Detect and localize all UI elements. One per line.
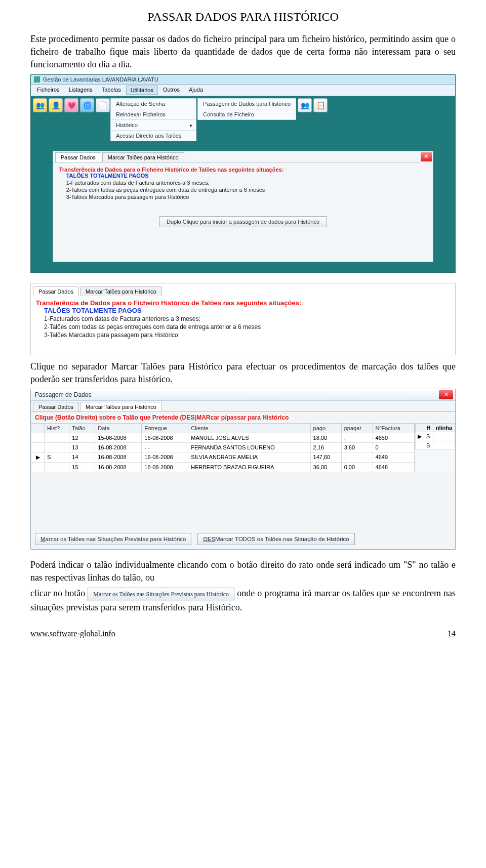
doc-title: PASSAR DADOS PARA HISTÓRICO — [30, 10, 456, 24]
tabstrip-2[interactable]: Passar DadosMarcar Talões para Histórico — [31, 283, 455, 296]
para3b-prefix: clicar no botão — [30, 588, 88, 598]
transfer-heading: Transferência de Dados para o Ficheiro H… — [59, 167, 427, 173]
tab[interactable]: Passar Dados — [33, 286, 79, 296]
transfer-heading-2: Transferência de Dados para o Ficheiro H… — [36, 299, 450, 307]
window3-title: Passagem de Dados — [35, 391, 91, 398]
table-row[interactable]: 1516-08-200818-08-2008HERBERTO BRAZAO FI… — [31, 462, 415, 472]
inline-marcar-button[interactable]: Marcar os Talões nas Situações Previstas… — [88, 588, 234, 601]
menubar[interactable]: FicheirosListagensTabelasUtilitáriosOutr… — [31, 85, 455, 96]
rule-line: 1-Facturados com datas de Factura anteri… — [36, 315, 450, 322]
close-icon[interactable]: ✕ — [421, 152, 432, 161]
col-header: Entregue — [142, 423, 188, 433]
tab[interactable]: Passar Dados — [33, 402, 79, 411]
marcar-button[interactable]: Marcar os Talões nas Situações Previstas… — [35, 533, 191, 545]
toolbar-and-menus: 👥 👤 💗 🌀 📄 Alteração de SenhaReindexar Fi… — [31, 96, 455, 143]
marcar-instruction: Clique (Botão Direito) sobre o Talão que… — [31, 412, 455, 423]
passar-dados-dialog: ✕ Passar DadosMarcar Talões para Históri… — [53, 151, 434, 262]
rule-line: 2-Talões com todas as peças entregues co… — [36, 323, 450, 330]
transfer-subheading-2: TALÕES TOTALMENTE PAGOS — [36, 307, 450, 314]
menu-outros[interactable]: Outros — [159, 86, 184, 95]
app-window-1: Gestão de Lavandarias LAVANDARIA LAVATU … — [30, 74, 456, 273]
start-transfer-button[interactable]: Duplo Clique para iniciar a passagem de … — [159, 216, 327, 227]
rule-line: 2-Talões com todas as peças entregues co… — [59, 187, 427, 193]
tab-content-2: Transferência de Dados para o Ficheiro H… — [31, 296, 455, 355]
dialog-tabstrip[interactable]: Passar DadosMarcar Talões para Histórico — [53, 151, 420, 162]
transfer-subheading: TALÕES TOTALMENTE PAGOS — [59, 173, 427, 179]
col-header: Hist? — [45, 423, 69, 433]
rule-line: 1-Facturados com datas de Factura anteri… — [59, 180, 427, 186]
menu-ajuda[interactable]: Ajuda — [185, 86, 207, 95]
side-table-area: Hnlinha ▶SS — [415, 423, 455, 472]
menu-listagens[interactable]: Listagens — [65, 86, 97, 95]
taloes-table[interactable]: Hist?TalãoDataEntregueClientepagoppagarN… — [31, 423, 415, 472]
dropdown-item[interactable]: Reindexar Ficheiros — [110, 109, 196, 120]
page-footer: www.software-global.info 14 — [30, 629, 456, 638]
side-table: Hnlinha ▶SS — [415, 423, 455, 450]
col-header: Cliente — [188, 423, 310, 433]
dialog-content: Transferência de Dados para o Ficheiro H… — [53, 162, 433, 262]
footer-url: www.software-global.info — [30, 629, 115, 638]
tab[interactable]: Marcar Talões para Histórico — [80, 286, 162, 296]
dropdown-item[interactable]: Acesso Directo aos Talões — [110, 130, 196, 141]
col-header: Data — [95, 423, 142, 433]
taloes-table-area: Hist?TalãoDataEntregueClientepagoppagarN… — [31, 423, 415, 472]
rule-line: 3-Talões Marcados para passagem para His… — [36, 332, 450, 339]
utilitarios-dropdown[interactable]: Alteração de SenhaReindexar FicheirosHis… — [110, 98, 196, 141]
toolbar-button-6[interactable]: 👥 — [298, 98, 312, 112]
toolbar-button-5[interactable]: 📄 — [96, 98, 110, 112]
col-header: ppagar — [341, 423, 373, 433]
col-header: pago — [310, 423, 341, 433]
submenu-item[interactable]: Passagem de Dados para Histórico — [197, 98, 296, 109]
tabstrip-3[interactable]: Passar DadosMarcar Talões para Histórico — [31, 401, 455, 412]
close-icon[interactable]: ✕ — [439, 390, 453, 399]
paragraph-3a: Poderá indicar o talão individualmente c… — [30, 559, 456, 584]
tab[interactable]: Marcar Talões para Histórico — [102, 152, 184, 162]
side-col-header: nlinha — [433, 423, 455, 432]
table-row[interactable]: ▶S1416-08-200816-08-2008SILVIA ANDRADE A… — [31, 452, 415, 462]
menu-tabelas[interactable]: Tabelas — [98, 86, 125, 95]
dropdown-item[interactable]: Histórico — [110, 119, 196, 131]
side-col-header: H — [424, 423, 433, 432]
bottom-buttons: Marcar os Talões nas Situações Previstas… — [31, 472, 455, 549]
toolbar-button-4[interactable]: 🌀 — [80, 98, 94, 112]
tab[interactable]: Passar Dados — [55, 152, 101, 162]
table-row[interactable]: 1316-08-2008- -FERNANDA SANTOS LOURENO2,… — [31, 442, 415, 452]
desmarcar-button[interactable]: DESMarcar TODOS os Talões nas Situação d… — [197, 533, 354, 545]
submenu-item[interactable]: Consulta de Ficheiro — [197, 109, 296, 120]
paragraph-3b: clicar no botão Marcar os Talões nas Sit… — [30, 587, 456, 613]
dropdown-item[interactable]: Alteração de Senha — [110, 98, 196, 109]
tab-panel-crop: Passar DadosMarcar Talões para Histórico… — [30, 283, 456, 355]
toolbar-button-7[interactable]: 📋 — [313, 98, 328, 112]
table-row[interactable]: 1215-08-200816-08-2008MANUEL JOSE ALVES1… — [31, 433, 415, 442]
window-title: Gestão de Lavandarias LAVANDARIA LAVATU — [43, 76, 158, 82]
window3-titlebar: Passagem de Dados ✕ — [31, 389, 455, 401]
window-titlebar: Gestão de Lavandarias LAVANDARIA LAVATU — [31, 75, 455, 85]
toolbar-button-3[interactable]: 💗 — [64, 98, 78, 112]
intro-paragraph: Este procedimento permite passar os dado… — [30, 33, 456, 71]
toolbar-button-2[interactable]: 👤 — [49, 98, 63, 112]
tab[interactable]: Marcar Talões para Histórico — [80, 402, 162, 411]
rule-line: 3-Talões Marcados para passagem para His… — [59, 194, 427, 200]
col-header: Talão — [69, 423, 95, 433]
passagem-dados-window: Passagem de Dados ✕ Passar DadosMarcar T… — [30, 389, 456, 550]
page-number: 14 — [448, 629, 456, 638]
app-icon — [34, 76, 40, 82]
menu-utilitários[interactable]: Utilitários — [126, 86, 158, 95]
col-header: NºFactura — [373, 423, 414, 433]
toolbar-button-1[interactable]: 👥 — [33, 98, 47, 112]
window-body: ✕ Passar DadosMarcar Talões para Históri… — [31, 143, 455, 272]
historico-submenu[interactable]: Passagem de Dados para HistóricoConsulta… — [197, 98, 296, 119]
menu-ficheiros[interactable]: Ficheiros — [33, 86, 64, 95]
paragraph-2: Clique no separador Marcar Talões para H… — [30, 360, 456, 386]
